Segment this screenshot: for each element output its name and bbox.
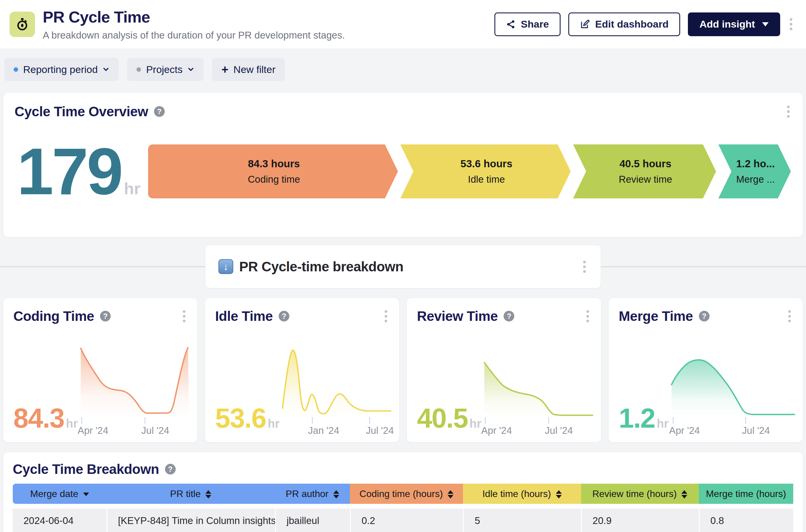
column-header-label: Review time (hours) <box>592 489 677 499</box>
chart-summary-unit: hr <box>268 417 279 430</box>
sparkline-chart: Apr '24Jul '24 <box>81 345 189 435</box>
page-subtitle: A breakdown analysis of the duration of … <box>43 30 345 41</box>
axis-tick-label: Apr '24 <box>77 425 108 436</box>
sort-both-icon <box>556 490 562 498</box>
table-title: Cycle Time Breakdown <box>13 461 159 477</box>
help-icon[interactable]: ? <box>279 311 289 321</box>
table-body: 2024-06-04[KEYP-848] Time in Column insi… <box>13 509 793 532</box>
chart-summary-unit: hr <box>66 417 78 430</box>
column-header-idle-time-hours[interactable]: Idle time (hours) <box>463 484 581 504</box>
chart-summary: 53.6hr <box>215 408 279 430</box>
new-filter-button[interactable]: + New filter <box>212 58 285 81</box>
banner-kebab-menu-icon[interactable] <box>581 259 588 274</box>
help-icon[interactable]: ? <box>165 464 176 474</box>
chart-kebab-menu-icon[interactable] <box>181 308 187 324</box>
chart-summary: 84.3hr <box>13 408 78 430</box>
funnel-segment-review-time[interactable]: 40.5 hoursReview time <box>573 145 716 198</box>
filter-bar: Reporting period Projects + New filter <box>0 48 806 91</box>
overview-title: Cycle Time Overview <box>15 103 148 119</box>
funnel-stage-label: Merge ... <box>736 174 775 185</box>
cycle-time-overview-card: Cycle Time Overview ? 179hr 84.3 hoursCo… <box>3 93 803 237</box>
stage-charts-row: Coding Time ? 84.3hr Apr '24Jul '24 Idle… <box>3 298 803 442</box>
inactive-filter-dot <box>136 67 141 72</box>
funnel-stage-value: 1.2 ho... <box>736 158 775 170</box>
share-button[interactable]: Share <box>494 13 561 36</box>
axis-tick-mark <box>312 417 313 424</box>
chart-summary-unit: hr <box>657 417 668 430</box>
axis-tick-label: Jan '24 <box>308 425 339 436</box>
chart-title: Review Time <box>417 308 498 324</box>
axis-tick-label: Jul '24 <box>141 425 169 436</box>
axis-tick-mark <box>485 417 486 424</box>
column-header-label: PR title <box>170 489 201 499</box>
axis-tick-label: Jul '24 <box>742 425 770 436</box>
chevron-down-icon <box>187 66 194 73</box>
table-cell: 20.9 <box>581 509 699 532</box>
funnel-stage-label: Idle time <box>468 174 505 185</box>
cycle-funnel: 84.3 hoursCoding time53.6 hoursIdle time… <box>148 145 791 198</box>
banner-row: ↓ PR Cycle-time breakdown <box>0 245 806 288</box>
column-header-merge-time-hours[interactable]: Merge time (hours) <box>699 484 793 504</box>
funnel-stage-label: Coding time <box>248 174 300 185</box>
chart-kebab-menu-icon[interactable] <box>383 308 389 324</box>
projects-label: Projects <box>146 64 183 75</box>
header-kebab-menu-icon[interactable] <box>788 16 794 32</box>
column-header-merge-date[interactable]: Merge date <box>13 484 107 504</box>
funnel-segment-merge[interactable]: 1.2 ho...Merge ... <box>718 145 791 198</box>
new-filter-label: New filter <box>234 64 276 75</box>
column-header-label: Merge date <box>30 489 78 499</box>
axis-tick-label: Apr '24 <box>669 425 700 436</box>
stopwatch-icon <box>10 12 35 37</box>
funnel-stage-value: 53.6 hours <box>461 158 513 170</box>
axis-tick-mark <box>145 417 145 424</box>
edit-dashboard-button[interactable]: Edit dashboard <box>568 13 680 36</box>
plus-icon: + <box>221 63 228 75</box>
overview-kebab-menu-icon[interactable] <box>785 104 791 119</box>
x-axis: Apr '24Jul '24 <box>81 417 189 435</box>
share-label: Share <box>521 18 549 30</box>
funnel-stage-label: Review time <box>619 174 672 185</box>
column-header-label: PR author <box>286 489 329 499</box>
axis-tick-mark <box>745 417 746 424</box>
help-icon[interactable]: ? <box>699 311 710 321</box>
column-header-pr-title[interactable]: PR title <box>107 484 275 504</box>
cycle-time-breakdown-table-card: Cycle Time Breakdown ? Merge datePR titl… <box>3 452 803 532</box>
x-axis: Apr '24Jul '24 <box>484 417 593 435</box>
filter-projects[interactable]: Projects <box>127 58 204 81</box>
table-row[interactable]: 2024-06-04[KEYP-848] Time in Column insi… <box>13 509 793 532</box>
column-header-label: Idle time (hours) <box>482 489 551 499</box>
page-title: PR Cycle Time <box>43 8 345 26</box>
pr-cycle-time-breakdown-banner: ↓ PR Cycle-time breakdown <box>205 245 601 288</box>
sort-both-icon <box>681 490 687 498</box>
table-header: Merge datePR titlePR authorCoding time (… <box>13 484 793 504</box>
funnel-segment-coding-time[interactable]: 84.3 hoursCoding time <box>148 145 398 198</box>
help-icon[interactable]: ? <box>503 311 514 321</box>
total-cycle-time: 179hr <box>17 145 148 198</box>
funnel-stage-value: 40.5 hours <box>619 158 671 170</box>
help-icon[interactable]: ? <box>154 106 165 117</box>
table-cell: [KEYP-848] Time in Column insights <box>107 509 275 532</box>
chart-kebab-menu-icon[interactable] <box>585 308 591 324</box>
add-insight-button[interactable]: Add insight <box>688 13 780 36</box>
column-header-coding-time-hours[interactable]: Coding time (hours) <box>350 484 463 504</box>
axis-tick-label: Apr '24 <box>481 425 512 436</box>
sort-both-icon <box>447 490 454 498</box>
total-cycle-time-value: 179 <box>17 135 121 208</box>
dashboard-header: PR Cycle Time A breakdown analysis of th… <box>0 0 806 48</box>
table-cell: 5 <box>463 509 581 532</box>
chart-kebab-menu-icon[interactable] <box>786 308 793 324</box>
sparkline-chart: Jan '24Jul '24 <box>282 345 391 435</box>
idle-time-card: Idle Time ? 53.6hr Jan '24Jul '24 <box>205 298 400 442</box>
column-header-pr-author[interactable]: PR author <box>275 484 350 504</box>
merge-time-card: Merge Time ? 1.2hr Apr '24Jul '24 <box>608 298 803 442</box>
column-header-review-time-hours[interactable]: Review time (hours) <box>581 484 699 504</box>
help-icon[interactable]: ? <box>100 311 111 321</box>
reporting-period-label: Reporting period <box>23 64 98 75</box>
table-cell: jbailleul <box>275 509 350 532</box>
sort-both-icon <box>205 490 211 498</box>
chart-summary-value: 84.3 <box>13 403 64 433</box>
funnel-segment-idle-time[interactable]: 53.6 hoursIdle time <box>400 145 571 198</box>
filter-reporting-period[interactable]: Reporting period <box>4 58 119 81</box>
down-arrow-icon: ↓ <box>218 259 233 274</box>
sparkline-chart: Apr '24Jul '24 <box>672 345 794 435</box>
